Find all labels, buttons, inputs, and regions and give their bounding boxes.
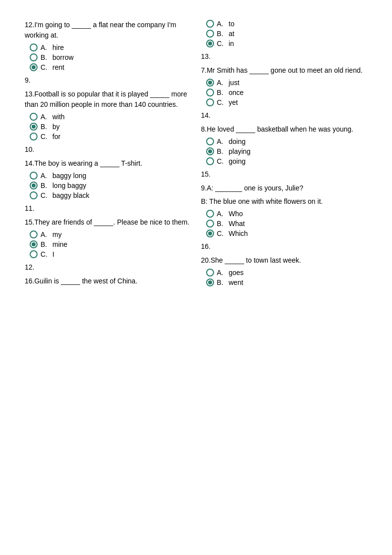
option-row[interactable]: C.in	[206, 40, 368, 47]
option-label: A.	[217, 269, 227, 277]
option-text: I	[52, 250, 54, 258]
option-row[interactable]: B.at	[206, 30, 368, 38]
question-text: 8.He loved _____ basketball when he was …	[201, 124, 368, 135]
option-text: What	[229, 220, 245, 228]
option-text: rent	[52, 63, 64, 71]
question-text: 14.The boy is wearing a _____ T-shirt.	[25, 158, 191, 169]
option-text: baggy black	[52, 191, 89, 199]
section-number: 10.	[25, 145, 191, 153]
question-block: 11.	[25, 204, 191, 212]
option-text: baggy long	[52, 172, 87, 180]
option-label: C.	[217, 230, 227, 237]
option-label: B.	[217, 147, 227, 155]
option-row[interactable]: A.doing	[206, 138, 368, 145]
question-subtext: B: The blue one with white flowers on it…	[201, 196, 368, 207]
radio-icon[interactable]	[30, 172, 38, 180]
option-row[interactable]: B.playing	[206, 147, 368, 155]
radio-icon[interactable]	[30, 191, 38, 199]
radio-icon[interactable]	[206, 220, 214, 228]
option-row[interactable]: B.borrow	[30, 53, 191, 61]
question-block: 16.Guilin is _____ the west of China.	[25, 276, 191, 286]
question-text: 15.They are friends of _____. Please be …	[25, 217, 191, 228]
option-row[interactable]: B.What	[206, 220, 368, 228]
option-row[interactable]: B.once	[206, 89, 368, 96]
option-row[interactable]: C.I	[30, 250, 191, 258]
option-text: Who	[229, 210, 243, 218]
radio-icon[interactable]	[30, 113, 38, 121]
question-block: 10.	[25, 145, 191, 153]
radio-icon[interactable]	[30, 240, 38, 248]
option-text: once	[229, 89, 244, 96]
radio-icon[interactable]	[30, 231, 38, 238]
radio-icon[interactable]	[206, 230, 214, 237]
option-row[interactable]: C.yet	[206, 98, 368, 106]
question-text: 16.Guilin is _____ the west of China.	[25, 276, 191, 286]
question-block: 13.Football is so popular that it is pla…	[25, 89, 191, 140]
option-label: B.	[217, 30, 227, 38]
radio-icon[interactable]	[206, 157, 214, 165]
option-row[interactable]: A.goes	[206, 269, 368, 277]
question-block: 9.A: _______ one is yours, Julie?B: The …	[201, 183, 368, 237]
option-row[interactable]: B.mine	[30, 240, 191, 248]
radio-icon[interactable]	[30, 133, 38, 140]
option-text: went	[229, 278, 244, 286]
option-row[interactable]: C.for	[30, 133, 191, 140]
option-label: C.	[217, 98, 227, 106]
option-row[interactable]: B.long baggy	[30, 182, 191, 189]
option-text: to	[229, 20, 235, 28]
option-label: C.	[41, 250, 50, 258]
radio-icon[interactable]	[30, 63, 38, 71]
option-row[interactable]: C.going	[206, 157, 368, 165]
radio-icon[interactable]	[206, 20, 214, 28]
radio-icon[interactable]	[206, 98, 214, 106]
radio-icon[interactable]	[206, 30, 214, 38]
option-label: A.	[41, 231, 50, 238]
radio-icon[interactable]	[206, 89, 214, 96]
option-text: by	[52, 123, 60, 131]
option-text: playing	[229, 147, 251, 155]
radio-icon[interactable]	[30, 123, 38, 131]
radio-icon[interactable]	[30, 182, 38, 189]
radio-icon[interactable]	[206, 138, 214, 145]
question-text: 9.A: _______ one is yours, Julie?	[201, 183, 368, 193]
option-label: B.	[217, 89, 227, 96]
radio-icon[interactable]	[30, 250, 38, 258]
question-text: 13.Football is so popular that it is pla…	[25, 89, 191, 110]
section-number: 16.	[201, 242, 368, 250]
option-row[interactable]: C.rent	[30, 63, 191, 71]
option-label: A.	[217, 20, 227, 28]
option-label: C.	[217, 157, 227, 165]
option-label: C.	[41, 63, 50, 71]
option-row[interactable]: C.baggy black	[30, 191, 191, 199]
radio-icon[interactable]	[206, 210, 214, 218]
radio-icon[interactable]	[206, 278, 214, 286]
radio-icon[interactable]	[30, 53, 38, 61]
radio-icon[interactable]	[30, 44, 38, 51]
radio-icon[interactable]	[206, 269, 214, 277]
option-text: long baggy	[52, 182, 87, 189]
option-text: going	[229, 157, 246, 165]
radio-icon[interactable]	[206, 79, 214, 87]
option-row[interactable]: A.my	[30, 231, 191, 238]
question-block: 9.	[25, 76, 191, 84]
question-block: 8.He loved _____ basketball when he was …	[201, 124, 368, 165]
option-row[interactable]: A.hire	[30, 44, 191, 51]
option-label: B.	[217, 220, 227, 228]
option-row[interactable]: B.went	[206, 278, 368, 286]
question-text: 12.I'm going to _____ a flat near the co…	[25, 20, 191, 41]
option-row[interactable]: A.Who	[206, 210, 368, 218]
question-block: 20.She _____ to town last week.A.goesB.w…	[201, 255, 368, 286]
option-row[interactable]: C.Which	[206, 230, 368, 237]
option-row[interactable]: A.to	[206, 20, 368, 28]
option-text: at	[229, 30, 235, 38]
option-row[interactable]: A.just	[206, 79, 368, 87]
option-text: Which	[229, 230, 248, 237]
section-number: 15.	[201, 170, 368, 178]
option-row[interactable]: A.with	[30, 113, 191, 121]
radio-icon[interactable]	[206, 147, 214, 155]
option-row[interactable]: A.baggy long	[30, 172, 191, 180]
question-block: 7.Mr Smith has _____ gone out to meet an…	[201, 65, 368, 106]
radio-icon[interactable]	[206, 40, 214, 47]
option-row[interactable]: B.by	[30, 123, 191, 131]
section-number: 11.	[25, 204, 191, 212]
